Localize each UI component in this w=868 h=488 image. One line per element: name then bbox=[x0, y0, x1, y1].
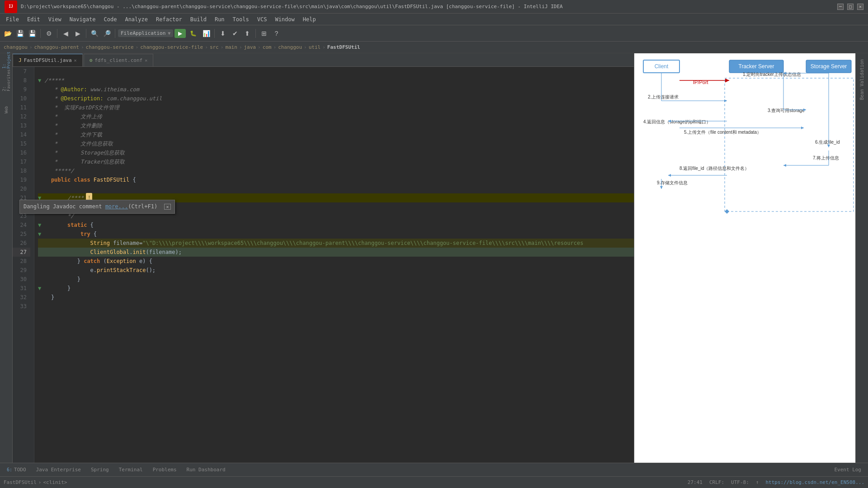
tooltip-text: Dangling Javadoc comment bbox=[34, 203, 105, 210]
code-editor[interactable]: 7 8 9 10 11 12 13 14 15 16 17 18 19 20 2… bbox=[13, 67, 634, 463]
fold-btn-31[interactable]: ▼ bbox=[38, 284, 41, 293]
toolbar-vcs-update-btn[interactable]: ⬇ bbox=[217, 28, 228, 39]
tab-fdfs-conf-close[interactable]: ✕ bbox=[145, 58, 147, 63]
status-crlf[interactable]: CRLF: bbox=[709, 479, 724, 485]
menu-view[interactable]: View bbox=[45, 15, 65, 23]
menu-file[interactable]: File bbox=[2, 15, 23, 23]
close-button[interactable]: ✕ bbox=[857, 4, 863, 10]
sidebar-project-icon[interactable]: 1: Project bbox=[2, 56, 11, 65]
toolbar-back-btn[interactable]: ◀ bbox=[60, 28, 71, 39]
run-config-selector[interactable]: FileApplication ▼ bbox=[118, 29, 173, 37]
editor-area: J FastDFSUtil.java ✕ ⚙ fdfs_client.conf … bbox=[13, 53, 634, 463]
line-num-9: 9 bbox=[13, 85, 30, 94]
bottom-tab-terminal[interactable]: Terminal bbox=[114, 465, 147, 474]
line-num-7: 7 bbox=[13, 67, 30, 76]
fold-btn-8[interactable]: ▼ bbox=[38, 76, 41, 85]
breadcrumb-util[interactable]: util bbox=[309, 44, 321, 50]
bottom-tab-java-enterprise[interactable]: Java Enterprise bbox=[32, 465, 85, 474]
line-num-15: 15 bbox=[13, 139, 30, 148]
bottom-tab-event-log[interactable]: Event Log bbox=[830, 465, 866, 474]
bottom-tab-run-dashboard[interactable]: Run Dashboard bbox=[182, 465, 230, 474]
window-controls[interactable]: ─ □ ✕ bbox=[837, 4, 863, 10]
svg-text:Storage Server: Storage Server bbox=[811, 63, 847, 70]
menu-vcs[interactable]: VCS bbox=[254, 15, 271, 23]
menu-help[interactable]: Help bbox=[299, 15, 320, 23]
toolbar-sep1 bbox=[40, 29, 41, 38]
bean-validation-label[interactable]: Bean Validation bbox=[859, 56, 865, 103]
code-line-24: ▼ static { bbox=[38, 221, 634, 230]
breadcrumb-fastdfsutil[interactable]: FastDFSUtil bbox=[327, 44, 360, 50]
line-num-10: 10 bbox=[13, 94, 30, 103]
toolbar-replace-btn[interactable]: 🔎 bbox=[101, 28, 112, 39]
line-num-12: 12 bbox=[13, 112, 30, 121]
toolbar-vcs-commit-btn[interactable]: ✔ bbox=[230, 28, 241, 39]
svg-text:2.上传连接请求: 2.上传连接请求 bbox=[648, 94, 679, 99]
breadcrumb-src[interactable]: src bbox=[210, 44, 219, 50]
fold-btn-24[interactable]: ▼ bbox=[38, 221, 41, 230]
debug-button[interactable]: 🐛 bbox=[187, 29, 199, 38]
menu-navigate[interactable]: Navigate bbox=[66, 15, 99, 23]
svg-text:3.查询可用storage: 3.查询可用storage bbox=[768, 108, 805, 113]
breadcrumb-changgou2[interactable]: changgou bbox=[278, 44, 302, 50]
toolbar-save-btn[interactable]: 💾 bbox=[14, 28, 25, 39]
tooltip-more-link[interactable]: more... bbox=[105, 203, 128, 210]
toolbar-settings-btn[interactable]: ⚙ bbox=[43, 28, 54, 39]
status-position[interactable]: 27:41 bbox=[688, 479, 703, 485]
line-num-18: 18 bbox=[13, 166, 30, 175]
toolbar-coverage-btn[interactable]: 📊 bbox=[201, 28, 212, 39]
line-num-17: 17 bbox=[13, 157, 30, 166]
svg-rect-8 bbox=[725, 78, 854, 211]
toolbar-fwd-btn[interactable]: ▶ bbox=[72, 28, 83, 39]
svg-text:4.返回信息（storage的ip和端口）: 4.返回信息（storage的ip和端口） bbox=[643, 119, 711, 124]
run-button[interactable]: ▶ bbox=[175, 29, 186, 38]
breadcrumb-changgou-service-file[interactable]: changgou-service-file bbox=[140, 44, 203, 50]
code-line-15: * 文件信息获取 bbox=[38, 139, 634, 148]
tab-fastdfsutil-close[interactable]: ✕ bbox=[74, 58, 77, 63]
fold-btn-25[interactable]: ▼ bbox=[38, 230, 41, 239]
breadcrumb-main[interactable]: main bbox=[225, 44, 237, 50]
minimize-button[interactable]: ─ bbox=[837, 4, 844, 10]
toolbar-search-btn[interactable]: 🔍 bbox=[89, 28, 100, 39]
status-encoding[interactable]: UTF-8: bbox=[731, 479, 749, 485]
tooltip-dismiss-btn[interactable]: ✕ bbox=[164, 204, 170, 210]
menu-refactor[interactable]: Refactor bbox=[152, 15, 186, 23]
sidebar-web-icon[interactable]: Web bbox=[2, 105, 11, 114]
status-bar: FastDFSUtil › <clinit> 27:41 CRLF: UTF-8… bbox=[0, 476, 868, 488]
svg-text:Client: Client bbox=[655, 63, 669, 70]
status-position-value: 27:41 bbox=[688, 479, 703, 485]
toolbar-open-btn[interactable]: 📂 bbox=[2, 28, 13, 39]
tab-fastdfsutil[interactable]: J FastDFSUtil.java ✕ bbox=[13, 54, 83, 66]
line-num-13: 13 bbox=[13, 121, 30, 130]
code-line-25: ▼ try { bbox=[38, 230, 634, 239]
menu-edit[interactable]: Edit bbox=[24, 15, 44, 23]
menu-run[interactable]: Run bbox=[211, 15, 228, 23]
spring-label: Spring bbox=[91, 467, 109, 473]
menu-code[interactable]: Code bbox=[100, 15, 121, 23]
line-num-27: 27 bbox=[13, 248, 30, 257]
bottom-tab-todo[interactable]: 6: TODO bbox=[2, 465, 31, 474]
toolbar-save-all-btn[interactable]: 💾 bbox=[27, 28, 38, 39]
bottom-tab-problems[interactable]: Problems bbox=[148, 465, 181, 474]
menu-tools[interactable]: Tools bbox=[229, 15, 253, 23]
menu-analyze[interactable]: Analyze bbox=[121, 15, 151, 23]
breadcrumb-changgou-parent[interactable]: changgou-parent bbox=[34, 44, 79, 50]
code-line-26: String filename="\"D:\\\\project\\\\work… bbox=[38, 239, 634, 248]
bottom-tab-spring[interactable]: Spring bbox=[86, 465, 113, 474]
status-git: ↑ bbox=[756, 479, 759, 485]
breadcrumb-changgou[interactable]: changgou bbox=[4, 44, 28, 50]
breadcrumb-changgou-service[interactable]: changgou-service bbox=[86, 44, 134, 50]
maximize-button[interactable]: □ bbox=[847, 4, 854, 10]
toolbar-terminal-btn[interactable]: ⊞ bbox=[259, 28, 269, 39]
breadcrumb-java[interactable]: java bbox=[244, 44, 256, 50]
tab-fdfs-conf-label: fdfs_client.conf bbox=[94, 57, 142, 63]
svg-text:Tracker Server: Tracker Server bbox=[739, 63, 774, 70]
tab-fdfs-conf[interactable]: ⚙ fdfs_client.conf ✕ bbox=[84, 54, 154, 66]
sidebar-favorites-icon[interactable]: 2: Favorites bbox=[2, 76, 11, 85]
code-line-29: e.printStackTrace(); bbox=[38, 266, 634, 275]
toolbar-sep4 bbox=[115, 29, 115, 38]
menu-window[interactable]: Window bbox=[271, 15, 298, 23]
menu-build[interactable]: Build bbox=[187, 15, 210, 23]
toolbar-help-btn[interactable]: ? bbox=[271, 28, 282, 39]
breadcrumb-com[interactable]: com bbox=[263, 44, 272, 50]
toolbar-vcs-push-btn[interactable]: ⬆ bbox=[242, 28, 253, 39]
